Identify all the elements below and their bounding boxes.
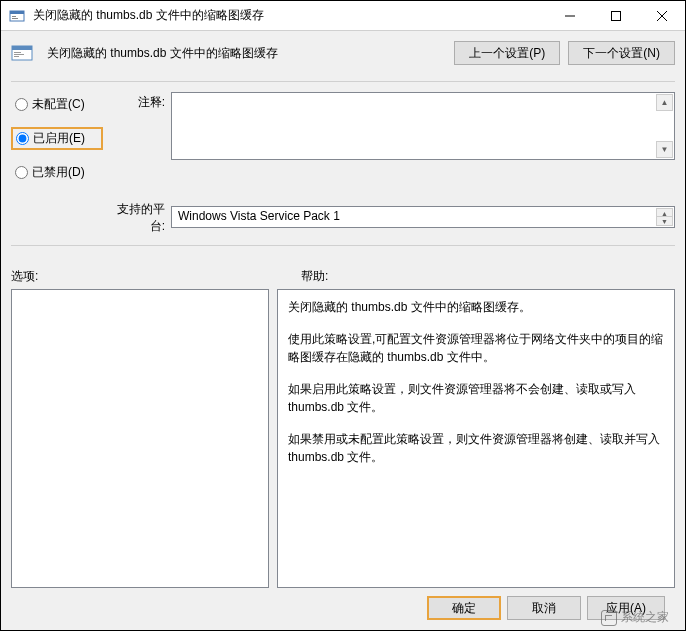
help-label: 帮助: — [301, 268, 328, 285]
minimize-button[interactable] — [547, 1, 593, 31]
scroll-down-icon[interactable]: ▼ — [656, 216, 673, 226]
radio-enabled-label: 已启用(E) — [33, 130, 85, 147]
divider — [11, 245, 675, 246]
policy-icon — [11, 42, 33, 64]
svg-rect-12 — [14, 56, 19, 57]
help-text: 如果启用此策略设置，则文件资源管理器将不会创建、读取或写入 thumbs.db … — [288, 380, 664, 416]
radio-not-configured-input[interactable] — [15, 98, 28, 111]
options-pane — [11, 289, 269, 588]
app-icon — [9, 8, 25, 24]
comment-textarea[interactable]: ▲ ▼ — [171, 92, 675, 160]
radio-enabled-input[interactable] — [16, 132, 29, 145]
radio-disabled-label: 已禁用(D) — [32, 164, 85, 181]
svg-rect-9 — [12, 46, 32, 50]
title-bar: 关闭隐藏的 thumbs.db 文件中的缩略图缓存 — [1, 1, 685, 31]
help-text: 使用此策略设置,可配置文件资源管理器将位于网络文件夹中的项目的缩略图缓存在隐藏的… — [288, 330, 664, 366]
help-pane: 关闭隐藏的 thumbs.db 文件中的缩略图缓存。 使用此策略设置,可配置文件… — [277, 289, 675, 588]
svg-rect-2 — [12, 16, 16, 17]
comment-label: 注释: — [103, 92, 171, 111]
window-title: 关闭隐藏的 thumbs.db 文件中的缩略图缓存 — [33, 7, 547, 24]
policy-title: 关闭隐藏的 thumbs.db 文件中的缩略图缓存 — [47, 45, 446, 62]
svg-rect-1 — [10, 11, 24, 14]
cancel-button[interactable]: 取消 — [507, 596, 581, 620]
radio-not-configured-label: 未配置(C) — [32, 96, 85, 113]
options-label: 选项: — [11, 268, 301, 285]
radio-not-configured[interactable]: 未配置(C) — [11, 94, 103, 115]
radio-disabled-input[interactable] — [15, 166, 28, 179]
apply-button[interactable]: 应用(A) — [587, 596, 665, 620]
next-setting-button[interactable]: 下一个设置(N) — [568, 41, 675, 65]
platforms-label: 支持的平台: — [103, 199, 171, 235]
platforms-value: Windows Vista Service Pack 1 — [178, 209, 340, 223]
radio-enabled[interactable]: 已启用(E) — [11, 127, 103, 150]
svg-rect-5 — [612, 11, 621, 20]
radio-disabled[interactable]: 已禁用(D) — [11, 162, 103, 183]
divider — [11, 81, 675, 82]
platforms-box: Windows Vista Service Pack 1 ▲ ▼ — [171, 206, 675, 228]
window-controls — [547, 1, 685, 31]
ok-button[interactable]: 确定 — [427, 596, 501, 620]
close-button[interactable] — [639, 1, 685, 31]
svg-rect-10 — [14, 52, 21, 53]
scroll-down-icon[interactable]: ▼ — [656, 141, 673, 158]
svg-rect-3 — [12, 18, 18, 19]
svg-rect-11 — [14, 54, 24, 55]
maximize-button[interactable] — [593, 1, 639, 31]
previous-setting-button[interactable]: 上一个设置(P) — [454, 41, 560, 65]
help-text: 关闭隐藏的 thumbs.db 文件中的缩略图缓存。 — [288, 298, 664, 316]
scroll-up-icon[interactable]: ▲ — [656, 94, 673, 111]
help-text: 如果禁用或未配置此策略设置，则文件资源管理器将创建、读取并写入 thumbs.d… — [288, 430, 664, 466]
